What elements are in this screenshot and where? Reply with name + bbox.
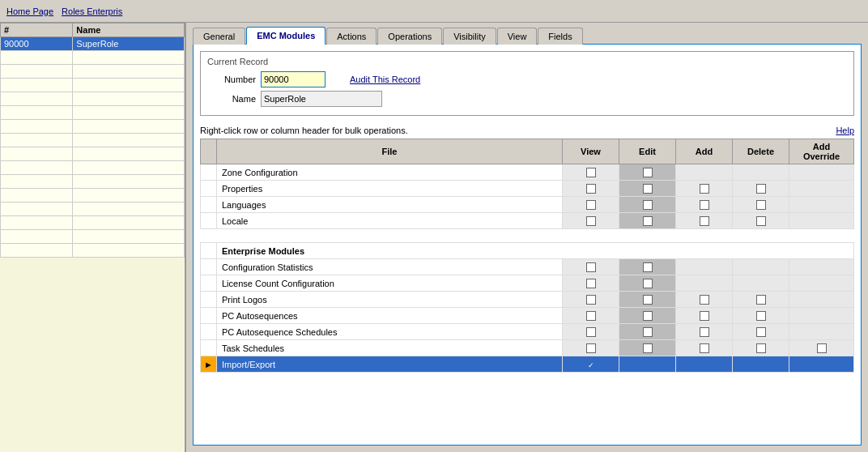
- list-item[interactable]: [1, 106, 185, 120]
- row-indicator: [201, 181, 217, 197]
- table-row[interactable]: Configuration Statistics: [201, 259, 854, 275]
- row-indicator: [201, 308, 217, 324]
- view-checkbox[interactable]: [586, 216, 596, 226]
- list-item[interactable]: [1, 244, 185, 258]
- add-checkbox[interactable]: [700, 184, 709, 194]
- breadcrumb-home[interactable]: Home Page: [3, 5, 57, 18]
- col-delete-header[interactable]: Delete: [733, 139, 789, 164]
- list-item[interactable]: [1, 189, 185, 203]
- list-item[interactable]: [1, 134, 185, 147]
- delete-checkbox[interactable]: [756, 295, 766, 305]
- delete-checkbox[interactable]: [756, 343, 766, 353]
- table-row[interactable]: [201, 229, 854, 243]
- add-override-checkbox[interactable]: [817, 343, 827, 353]
- table-row[interactable]: Print Logos: [201, 292, 854, 308]
- tab-fields[interactable]: Fields: [538, 28, 582, 45]
- col-id[interactable]: #: [1, 23, 73, 37]
- list-item[interactable]: [1, 92, 185, 106]
- table-row[interactable]: Properties: [201, 181, 854, 197]
- list-item[interactable]: [1, 65, 185, 79]
- edit-checkbox[interactable]: [643, 311, 653, 321]
- list-item[interactable]: [1, 79, 185, 92]
- delete-checkbox[interactable]: [756, 200, 766, 210]
- view-checkbox[interactable]: [586, 343, 596, 353]
- breadcrumb-section[interactable]: Roles Enterpris: [58, 5, 126, 18]
- add-checkbox[interactable]: [700, 295, 709, 305]
- table-row[interactable]: License Count Configuration: [201, 275, 854, 292]
- view-checkbox[interactable]: [586, 295, 596, 305]
- tab-visibility[interactable]: Visibility: [443, 28, 496, 45]
- col-name[interactable]: Name: [73, 23, 185, 37]
- col-edit-header[interactable]: Edit: [619, 139, 676, 164]
- delete-checkbox[interactable]: [756, 216, 766, 226]
- view-checkbox[interactable]: [586, 200, 596, 210]
- view-checkbox[interactable]: [586, 311, 596, 321]
- list-item[interactable]: [1, 203, 185, 216]
- edit-checkbox[interactable]: [643, 343, 653, 353]
- list-item[interactable]: [1, 216, 185, 230]
- file-name: PC Autosequence Schedules: [217, 324, 563, 340]
- name-input[interactable]: [261, 91, 382, 107]
- table-row[interactable]: Locale: [201, 213, 854, 229]
- table-row[interactable]: Zone Configuration: [201, 164, 854, 181]
- table-row[interactable]: Task Schedules: [201, 340, 854, 356]
- add-checkbox[interactable]: [700, 311, 709, 321]
- edit-checkbox[interactable]: [643, 200, 653, 210]
- edit-checkbox[interactable]: [643, 262, 653, 272]
- tabs-bar: GeneralEMC ModulesActionsOperationsVisib…: [186, 23, 868, 44]
- col-add-override-header[interactable]: Add Override: [789, 139, 854, 164]
- view-checkbox[interactable]: [586, 184, 596, 194]
- tab-emc-modules[interactable]: EMC Modules: [246, 27, 326, 45]
- edit-checkbox[interactable]: [643, 216, 653, 226]
- view-checkbox[interactable]: [586, 327, 596, 337]
- add-checkbox[interactable]: [700, 327, 709, 337]
- edit-checkbox[interactable]: [643, 279, 653, 288]
- list-item[interactable]: [1, 230, 185, 244]
- table-row[interactable]: PC Autosequence Schedules: [201, 324, 854, 340]
- name-label: Name: [207, 94, 256, 104]
- table-row[interactable]: ► Import/Export: [201, 356, 854, 373]
- add-checkbox[interactable]: [700, 343, 709, 353]
- number-input[interactable]: [261, 71, 326, 87]
- edit-checkbox[interactable]: [643, 327, 653, 337]
- help-link[interactable]: Help: [836, 126, 854, 135]
- add-checkbox[interactable]: [700, 200, 709, 210]
- file-name: License Count Configuration: [217, 275, 563, 292]
- table-row[interactable]: Languages: [201, 197, 854, 213]
- delete-checkbox[interactable]: [756, 184, 766, 194]
- view-checkbox[interactable]: [586, 279, 596, 288]
- right-panel: GeneralEMC ModulesActionsOperationsVisib…: [186, 23, 868, 452]
- data-table-container: File View Edit Add Delete Add Override Z…: [200, 139, 854, 441]
- tab-actions[interactable]: Actions: [326, 28, 377, 45]
- add-checkbox[interactable]: [700, 216, 709, 226]
- list-item[interactable]: [1, 161, 185, 175]
- col-file-header[interactable]: File: [217, 139, 563, 164]
- edit-checkbox[interactable]: [643, 295, 653, 305]
- view-checkbox[interactable]: [586, 168, 596, 177]
- permissions-table: File View Edit Add Delete Add Override Z…: [200, 139, 854, 373]
- list-item[interactable]: [1, 147, 185, 161]
- col-view-header[interactable]: View: [563, 139, 619, 164]
- delete-checkbox[interactable]: [756, 311, 766, 321]
- list-item[interactable]: [1, 51, 185, 65]
- tab-general[interactable]: General: [193, 28, 245, 45]
- list-item[interactable]: [1, 175, 185, 189]
- roles-table: # Name 90000SuperRole: [0, 23, 185, 258]
- tab-view[interactable]: View: [497, 28, 538, 45]
- delete-checkbox[interactable]: [756, 327, 766, 337]
- breadcrumb-bar: Home Page Roles Enterpris: [0, 0, 868, 23]
- edit-checkbox[interactable]: [643, 168, 653, 177]
- col-add-header[interactable]: Add: [676, 139, 733, 164]
- table-row[interactable]: PC Autosequences: [201, 308, 854, 324]
- row-indicator: [201, 324, 217, 340]
- tab-operations[interactable]: Operations: [377, 28, 442, 45]
- view-checkbox[interactable]: [586, 360, 596, 369]
- table-row[interactable]: Enterprise Modules: [201, 243, 854, 259]
- edit-checkbox[interactable]: [643, 184, 653, 194]
- file-name: Print Logos: [217, 292, 563, 308]
- list-item[interactable]: [1, 120, 185, 134]
- list-item[interactable]: 90000SuperRole: [1, 37, 185, 51]
- section-label: Enterprise Modules: [217, 243, 854, 259]
- audit-link[interactable]: Audit This Record: [350, 75, 420, 84]
- view-checkbox[interactable]: [586, 262, 596, 272]
